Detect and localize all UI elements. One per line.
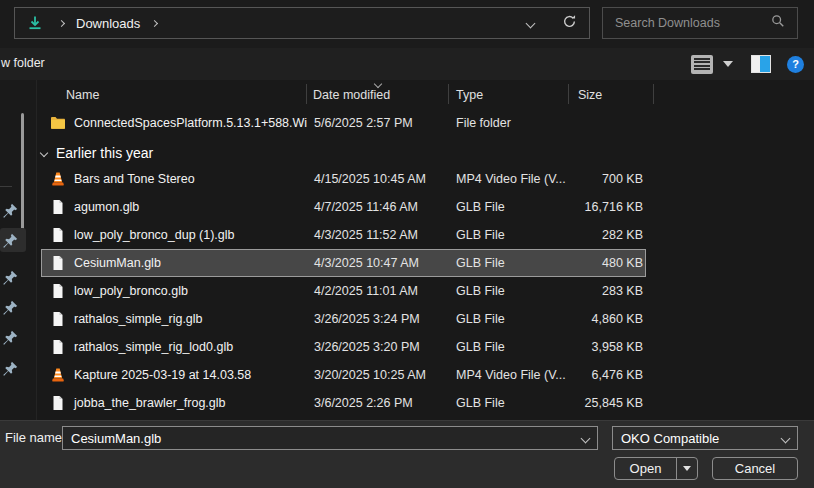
file-date-modified: 5/6/2025 2:57 PM	[307, 116, 449, 130]
column-divider[interactable]	[306, 84, 307, 104]
file-type: GLB File	[449, 396, 569, 410]
cancel-button[interactable]: Cancel	[712, 457, 798, 480]
file-icon	[50, 395, 66, 411]
sidebar-pinned-item[interactable]	[0, 295, 26, 319]
file-row[interactable]: Kapture 2025-03-19 at 14.03.58 3/20/2025…	[41, 361, 646, 389]
nav-divider	[0, 186, 12, 187]
column-divider[interactable]	[448, 84, 449, 104]
folder-icon	[50, 115, 66, 131]
file-date-modified: 3/26/2025 3:24 PM	[307, 312, 449, 326]
file-list-body: ConnectedSpacesPlatform.5.13.1+588.Wi...…	[37, 105, 814, 417]
column-header-type[interactable]: Type	[456, 80, 483, 105]
vlc-cone-icon	[50, 171, 66, 187]
help-icon[interactable]: ?	[787, 56, 804, 73]
search-placeholder: Search Downloads	[615, 16, 771, 30]
file-name: Bars and Tone Stereo	[74, 172, 195, 186]
file-icon	[50, 199, 66, 215]
address-history-chevron-icon[interactable]	[526, 18, 536, 28]
file-date-modified: 4/15/2025 10:45 AM	[307, 172, 449, 186]
sidebar-pinned-item-active[interactable]	[0, 228, 26, 252]
file-name: low_poly_bronco.glb	[74, 284, 188, 298]
file-name: CesiumMan.glb	[74, 256, 161, 270]
pin-icon	[3, 330, 18, 345]
file-name-value: CesiumMan.glb	[71, 431, 582, 446]
file-size: 6,476 KB	[569, 368, 643, 382]
file-date-modified: 4/3/2025 11:52 AM	[307, 228, 449, 242]
new-folder-button[interactable]: w folder	[1, 56, 45, 70]
file-size: 3,958 KB	[569, 340, 643, 354]
file-date-modified: 4/2/2025 11:01 AM	[307, 284, 449, 298]
file-row[interactable]: rathalos_simple_rig_lod0.glb 3/26/2025 3…	[41, 333, 646, 361]
pin-icon	[3, 233, 18, 248]
column-header-name[interactable]: Name	[66, 80, 99, 105]
open-dropdown-arrow[interactable]	[677, 466, 697, 471]
view-dropdown-chevron-icon[interactable]	[723, 61, 733, 67]
file-size: 282 KB	[569, 228, 643, 242]
file-name-dropdown-chevron-icon[interactable]	[581, 433, 591, 443]
group-label: Earlier this year	[56, 145, 153, 161]
sidebar-pinned-item[interactable]	[0, 265, 26, 289]
file-row[interactable]: jobba_the_brawler_frog.glb 3/6/2025 2:26…	[41, 389, 646, 417]
pin-icon	[3, 361, 18, 376]
breadcrumb-chevron-icon	[151, 19, 158, 26]
details-view-icon[interactable]	[691, 55, 713, 74]
file-icon	[50, 227, 66, 243]
column-divider[interactable]	[653, 84, 654, 104]
address-bar[interactable]: Downloads	[14, 7, 590, 39]
file-type: GLB File	[449, 340, 569, 354]
file-size: 4,860 KB	[569, 312, 643, 326]
pin-icon	[3, 300, 18, 315]
file-type: GLB File	[449, 312, 569, 326]
file-type: GLB File	[449, 256, 569, 270]
file-name-label: File name:	[5, 430, 66, 445]
file-row[interactable]: Bars and Tone Stereo 4/15/2025 10:45 AM …	[41, 165, 646, 193]
file-type: MP4 Video File (V...	[449, 368, 569, 382]
file-type-select[interactable]: OKO Compatible	[612, 426, 798, 450]
sidebar-pinned-item[interactable]	[0, 325, 26, 349]
file-size: 16,716 KB	[569, 200, 643, 214]
pin-icon	[3, 270, 18, 285]
file-icon	[50, 255, 66, 271]
file-row[interactable]: low_poly_bronco.glb 4/2/2025 11:01 AM GL…	[41, 277, 646, 305]
file-name: Kapture 2025-03-19 at 14.03.58	[74, 368, 251, 382]
dialog-top-bar: Downloads Search Downloads	[0, 0, 814, 48]
file-size: 700 KB	[569, 172, 643, 186]
group-collapse-chevron-icon[interactable]	[40, 149, 48, 157]
triangle-down-icon	[683, 466, 691, 471]
column-header-row: Name Date modified Type Size	[37, 80, 814, 105]
sidebar-pinned-item[interactable]	[0, 198, 26, 222]
sidebar-pinned-item[interactable]	[0, 356, 26, 380]
vlc-cone-icon	[50, 367, 66, 383]
file-type-value: OKO Compatible	[621, 431, 782, 446]
search-input[interactable]: Search Downloads	[602, 7, 798, 39]
preview-pane-icon[interactable]	[751, 55, 771, 73]
file-date-modified: 3/26/2025 3:20 PM	[307, 340, 449, 354]
file-row-selected[interactable]: CesiumMan.glb 4/3/2025 10:47 AM GLB File…	[41, 249, 646, 277]
search-icon	[771, 14, 785, 32]
file-icon	[50, 311, 66, 327]
file-name-input[interactable]: CesiumMan.glb	[62, 426, 598, 450]
file-type: GLB File	[449, 284, 569, 298]
file-size: 25,845 KB	[569, 396, 643, 410]
column-divider[interactable]	[568, 84, 569, 104]
open-button[interactable]: Open	[614, 457, 698, 480]
file-size: 283 KB	[569, 284, 643, 298]
file-date-modified: 3/6/2025 2:26 PM	[307, 396, 449, 410]
open-file-dialog: Downloads Search Downloads w folder ?	[0, 0, 814, 488]
file-type: MP4 Video File (V...	[449, 172, 569, 186]
command-toolbar: w folder ?	[0, 48, 814, 80]
group-header[interactable]: Earlier this year	[37, 141, 814, 165]
file-icon	[50, 339, 66, 355]
column-header-size[interactable]: Size	[578, 80, 602, 105]
file-list: Name Date modified Type Size ConnectedSp…	[36, 80, 814, 420]
file-size: 480 KB	[569, 256, 643, 270]
breadcrumb-downloads[interactable]: Downloads	[76, 16, 140, 31]
file-row[interactable]: agumon.glb 4/7/2025 11:46 AM GLB File 16…	[41, 193, 646, 221]
file-row[interactable]: rathalos_simple_rig.glb 3/26/2025 3:24 P…	[41, 305, 646, 333]
download-icon	[27, 15, 43, 31]
file-row[interactable]: low_poly_bronco_dup (1).glb 4/3/2025 11:…	[41, 221, 646, 249]
refresh-icon[interactable]	[562, 14, 577, 33]
file-row[interactable]: ConnectedSpacesPlatform.5.13.1+588.Wi...…	[41, 109, 646, 137]
file-name: agumon.glb	[74, 200, 139, 214]
file-type-chevron-icon	[781, 433, 791, 443]
